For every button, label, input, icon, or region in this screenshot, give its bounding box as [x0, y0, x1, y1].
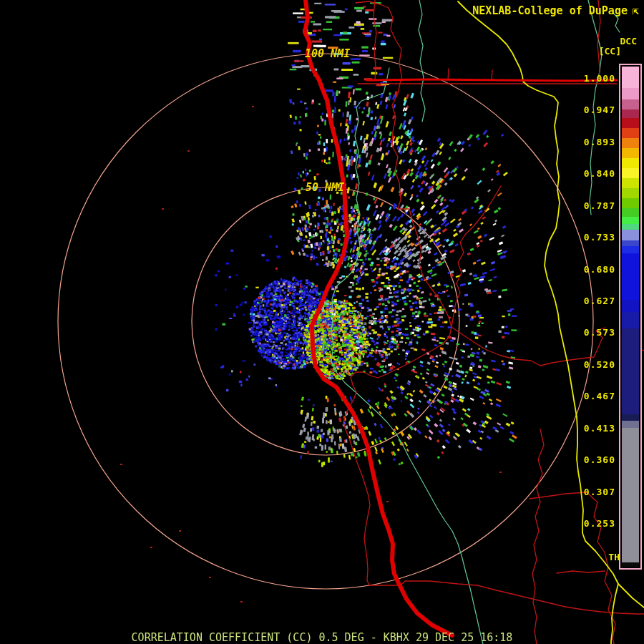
- colorbar-segment: [622, 148, 639, 158]
- colorbar-segment: [622, 414, 639, 421]
- range-ring-label-100nmi: 100 NMI: [305, 47, 350, 60]
- page-title: NEXLAB-College of DuPage⇱: [472, 4, 639, 17]
- colorbar-tick-label: 0.627: [584, 296, 615, 306]
- color-scale-bar: [619, 64, 642, 570]
- colorbar-product-label: DCC: [620, 36, 637, 47]
- colorbar-threshold-label: TH: [608, 552, 620, 562]
- colorbar-tick-label: 0.787: [584, 200, 615, 211]
- radar-map-canvas: [0, 0, 644, 644]
- range-ring-label-50nmi: 50 NMI: [306, 181, 344, 194]
- colorbar-segment: [622, 217, 639, 224]
- colorbar-segment: [622, 240, 639, 246]
- colorbar-unit-label: [CC]: [599, 46, 621, 57]
- colorbar-segment: [622, 300, 639, 312]
- colorbar-segment: [622, 99, 639, 109]
- colorbar-tick-label: 0.360: [584, 454, 615, 465]
- colorbar-segment: [622, 128, 639, 138]
- colorbar-tick-label: 0.733: [584, 232, 615, 243]
- colorbar-segment: [622, 178, 639, 188]
- colorbar-segment: [622, 224, 639, 230]
- colorbar-segment: [622, 208, 639, 217]
- colorbar-tick-label: 0.680: [584, 264, 615, 275]
- colorbar-tick-label: 0.840: [584, 168, 615, 179]
- colorbar-segment: [622, 118, 639, 128]
- colorbar-segment: [622, 312, 639, 328]
- colorbar-tick-label: 0.307: [584, 487, 615, 497]
- colorbar-tick-label: 1.000: [584, 73, 615, 84]
- colorbar-segment: [622, 188, 639, 198]
- colorbar-segment: [622, 230, 639, 240]
- colorbar-tick-label: 0.947: [584, 104, 615, 115]
- colorbar-segment: [622, 158, 639, 168]
- colorbar-tick-label: 0.413: [584, 423, 615, 434]
- colorbar-tick-label: 0.893: [584, 137, 615, 147]
- colorbar-tick-label: 0.520: [584, 359, 615, 370]
- colorbar-segment: [622, 562, 639, 567]
- status-bar: CORRELATION COEFFICIENT (CC) 0.5 DEG - K…: [0, 631, 644, 644]
- colorbar-segment: [622, 246, 639, 253]
- colorbar-segment: [622, 428, 639, 562]
- colorbar-segment: [622, 109, 639, 118]
- colorbar-tick-label: 0.467: [584, 391, 615, 401]
- colorbar-tick-label: 0.573: [584, 327, 615, 338]
- nexlab-logo-icon: ⇱: [633, 4, 639, 17]
- radar-display: NEXLAB-College of DuPage⇱ DCC [CC] 1.000…: [0, 0, 644, 644]
- colorbar-segment: [622, 198, 639, 208]
- colorbar-tick-label: 0.253: [584, 518, 615, 529]
- header-title-text: NEXLAB-College of DuPage: [472, 4, 628, 17]
- colorbar-segment: [622, 168, 639, 178]
- colorbar-segment: [622, 67, 639, 88]
- colorbar-segment: [622, 328, 639, 414]
- colorbar-segment: [622, 138, 639, 148]
- colorbar-segment: [622, 253, 639, 300]
- colorbar-segment: [622, 88, 639, 99]
- colorbar-segment: [622, 421, 639, 428]
